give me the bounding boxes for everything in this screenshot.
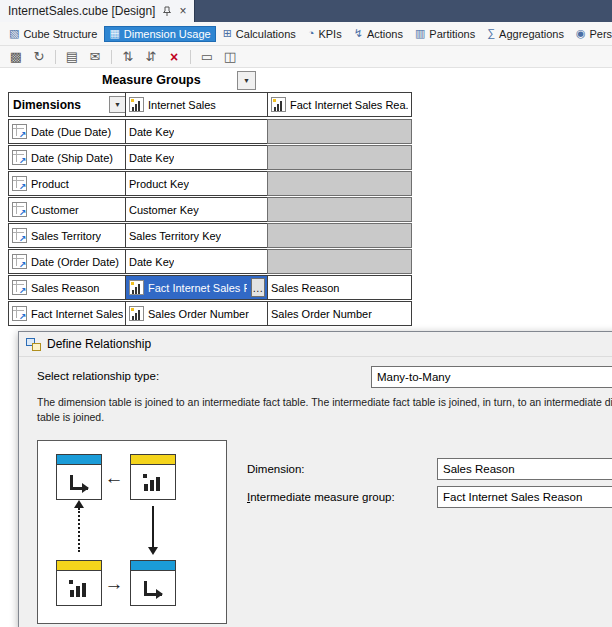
close-icon[interactable]: × <box>179 5 186 17</box>
relationship-type-combobox[interactable]: Many-to-Many <box>371 366 612 388</box>
relationship-type-label: Select relationship type: <box>37 370 159 382</box>
dimensions-label: Dimensions <box>13 98 81 112</box>
dimension-row-fact-internet-sales[interactable]: Fact Internet Sales <box>8 301 129 326</box>
dialog-titlebar[interactable]: Define Relationship <box>19 332 612 357</box>
dimension-row-date-due-date[interactable]: Date (Due Date) <box>8 119 129 144</box>
dimension-box-header <box>131 561 175 571</box>
cell-r0-internet-sales[interactable]: Date Key <box>125 119 269 144</box>
tab-cube-structure[interactable]: ▧ Cube Structure <box>4 26 102 42</box>
dimension-combobox[interactable]: Sales Reason <box>437 458 612 480</box>
relationship-icon <box>26 338 41 351</box>
diagram-dimension-box-top <box>56 454 102 500</box>
tab-dimension-usage[interactable]: ▦ Dimension Usage <box>104 26 215 42</box>
measure-groups-dropdown[interactable]: ▼ <box>237 71 256 90</box>
kpis-icon: ◔ <box>308 28 315 39</box>
tab-label: Dimension Usage <box>124 28 211 40</box>
perspectives-icon: ◉ <box>576 28 586 39</box>
bar-chart-icon <box>69 580 89 597</box>
chevron-down-icon: ▼ <box>243 77 250 84</box>
cell-r6-fact-internet-sales-reason[interactable]: Sales Reason <box>267 275 412 300</box>
dialog-title: Define Relationship <box>47 337 151 351</box>
bar-chart-icon <box>143 474 163 491</box>
dimension-row-sales-territory[interactable]: Sales Territory <box>8 223 129 248</box>
cell-r4-internet-sales[interactable]: Sales Territory Key <box>125 223 269 248</box>
move-up-icon[interactable]: ⇅ <box>118 48 138 66</box>
dimension-usage-icon: ▦ <box>109 28 119 39</box>
dimension-icon <box>12 280 27 295</box>
dimension-usage-toolbar: ▩ ↻ ▤ ✉ ⇅ ⇵ × ▭ ◫ <box>0 46 612 68</box>
cell-r2-no-relationship[interactable] <box>267 171 412 196</box>
chevron-down-icon: ▼ <box>114 101 121 108</box>
notifications-icon[interactable]: ✉ <box>85 48 105 66</box>
delete-icon[interactable]: × <box>164 48 184 66</box>
dimensions-dropdown[interactable]: ▼ <box>109 96 126 113</box>
add-cube-dimension-icon[interactable]: ▩ <box>6 48 26 66</box>
zoom-icon[interactable]: ◫ <box>220 48 240 66</box>
dimensions-header: Dimensions ▼ <box>8 92 129 117</box>
dimension-box-header <box>57 455 101 465</box>
move-down-icon[interactable]: ⇵ <box>141 48 161 66</box>
cell-r7-fact-internet-sales-reason[interactable]: Sales Order Number <box>267 301 412 326</box>
intermediate-measure-group-value: Fact Internet Sales Reason <box>443 491 582 503</box>
dimension-value: Sales Reason <box>443 463 515 475</box>
dimension-row-product[interactable]: Product <box>8 171 129 196</box>
arrow-right-icon: → <box>101 574 127 593</box>
tab-aggregations[interactable]: ∑ Aggregations <box>482 26 569 42</box>
cell-r4-no-relationship[interactable] <box>267 223 412 248</box>
measure-group-box-header <box>131 455 175 465</box>
process-icon[interactable]: ↻ <box>29 48 49 66</box>
dimension-icon <box>12 150 27 165</box>
column-header-internet-sales[interactable]: Internet Sales <box>125 92 269 117</box>
diagram-measure-group-box-bottom <box>56 560 102 606</box>
intermediate-measure-group-combobox[interactable]: Fact Internet Sales Reason <box>437 486 612 508</box>
layout-icon[interactable]: ▭ <box>197 48 217 66</box>
tab-calculations[interactable]: ⊞ Calculations <box>218 26 301 42</box>
column-header-fact-internet-sales-reason[interactable]: Fact Internet Sales Rea... <box>267 92 412 117</box>
measure-group-box-header <box>57 561 101 571</box>
cell-r2-internet-sales[interactable]: Product Key <box>125 171 269 196</box>
pin-icon[interactable] <box>162 6 172 17</box>
tab-partitions[interactable]: ▥ Partitions <box>410 26 480 42</box>
actions-icon: ↯ <box>354 28 363 39</box>
attributes-icon[interactable]: ▤ <box>62 48 82 66</box>
document-tab[interactable]: InternetSales.cube [Design] × <box>0 0 195 22</box>
tab-label: KPIs <box>318 28 341 40</box>
cell-r0-no-relationship[interactable] <box>267 119 412 144</box>
arrow-down-icon <box>148 547 158 555</box>
cell-r1-internet-sales[interactable]: Date Key <box>125 145 269 170</box>
intermediate-measure-group-label: Intermediate measure group: <box>247 491 395 503</box>
cell-r3-internet-sales[interactable]: Customer Key <box>125 197 269 222</box>
diagram-measure-group-box-top <box>130 454 176 500</box>
toolbar-separator <box>190 50 191 64</box>
toolbar-separator <box>111 50 112 64</box>
arrow-left-icon: ← <box>101 468 127 487</box>
measure-group-icon <box>129 97 144 112</box>
tab-kpis[interactable]: ◔ KPIs <box>303 26 347 42</box>
tab-actions[interactable]: ↯ Actions <box>349 26 408 42</box>
dimension-row-date-ship-date[interactable]: Date (Ship Date) <box>8 145 129 170</box>
dimension-glyph-icon <box>70 475 88 490</box>
dimension-row-sales-reason[interactable]: Sales Reason <box>8 275 129 300</box>
dimension-row-date-order-date[interactable]: Date (Order Date) <box>8 249 129 274</box>
dimension-row-customer[interactable]: Customer <box>8 197 129 222</box>
dimension-glyph-icon <box>144 581 162 596</box>
measure-group-icon <box>271 97 286 112</box>
designer-tab-bar: ▧ Cube Structure ▦ Dimension Usage ⊞ Cal… <box>0 22 612 46</box>
cell-r5-no-relationship[interactable] <box>267 249 412 274</box>
many-to-many-diagram: ← → <box>37 440 227 624</box>
tab-label: Perspectives <box>590 28 612 40</box>
cube-structure-icon: ▧ <box>9 28 19 39</box>
dimension-icon <box>12 124 27 139</box>
aggregations-icon: ∑ <box>487 28 495 39</box>
cell-r6-internet-sales-selected[interactable]: Fact Internet Sales Re... … <box>125 275 269 300</box>
measure-group-icon <box>129 306 144 321</box>
relationship-description-line1: The dimension table is joined to an inte… <box>37 396 612 408</box>
cell-r1-no-relationship[interactable] <box>267 145 412 170</box>
ellipsis-button[interactable]: … <box>251 278 265 297</box>
tab-perspectives[interactable]: ◉ Perspectives <box>571 26 612 42</box>
cell-r5-internet-sales[interactable]: Date Key <box>125 249 269 274</box>
toolbar-separator <box>55 50 56 64</box>
cell-r7-internet-sales[interactable]: Sales Order Number <box>125 301 269 326</box>
cell-r3-no-relationship[interactable] <box>267 197 412 222</box>
relationship-description-line2: table is joined. <box>37 411 104 423</box>
